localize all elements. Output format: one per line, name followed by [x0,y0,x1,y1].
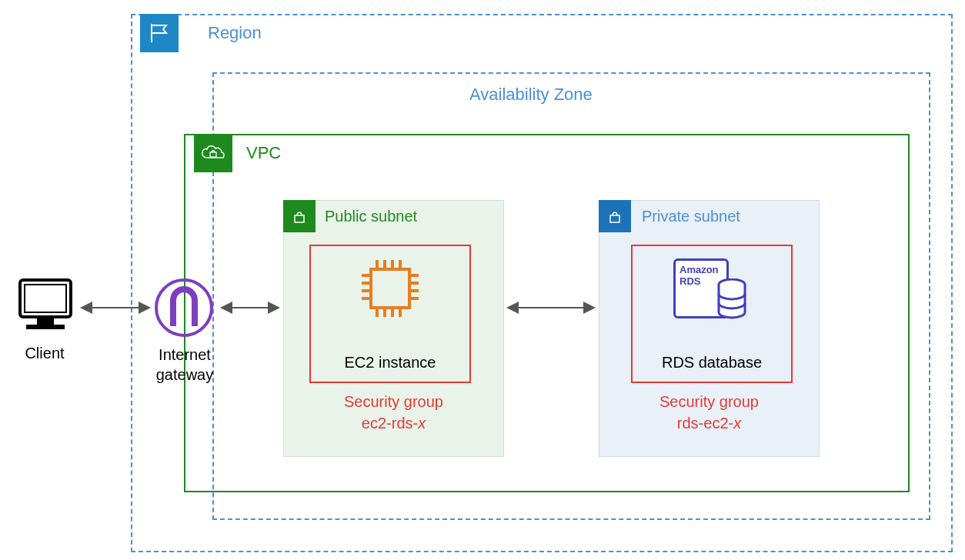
igw-label: Internet gateway [146,345,223,385]
svg-rect-20 [610,215,619,222]
igw-label-line2: gateway [156,366,214,383]
rds-brand-top: Amazon [680,264,719,275]
sg-ec2-title: Security group [344,393,443,410]
rds-brand-bottom: RDS [680,275,700,287]
db-cylinder-icon [716,278,748,320]
svg-rect-1 [210,152,216,157]
az-label: Availability Zone [469,85,593,105]
rds-icon: Amazon RDS [673,258,750,326]
public-subnet-label: Public subnet [325,208,417,225]
svg-rect-25 [26,325,65,329]
sg-ec2-name-suffix: x [418,415,426,432]
sg-rds-name-suffix: x [733,415,741,432]
private-subnet-label: Private subnet [642,208,740,225]
client-icon [14,274,77,337]
svg-rect-22 [20,280,71,317]
sg-rds-title: Security group [659,393,759,410]
vpc-icon-box [194,134,232,172]
rds-label: RDS database [631,354,793,372]
region-flag-icon [140,14,179,52]
arrow-client-igw [77,300,154,315]
vpc-label: VPC [246,143,281,163]
arrow-ec2-rds [503,300,599,315]
sg-ec2-name-prefix: ec2-rds- [362,415,418,432]
region-label: Region [208,23,262,43]
client-label: Client [6,345,83,362]
public-subnet-icon [283,200,316,232]
svg-rect-2 [295,215,304,222]
cloud-lock-icon [200,142,226,164]
lock-icon [606,207,624,225]
arrow-igw-ec2 [217,300,283,315]
svg-rect-23 [25,285,66,312]
igw-icon [153,277,215,338]
sg-rds-name-prefix: rds-ec2- [677,415,733,432]
flag-icon [148,22,171,45]
private-subnet-icon [599,200,631,232]
igw-label-line1: Internet [159,346,211,363]
svg-rect-3 [371,269,409,308]
lock-icon [290,207,309,225]
ec2-label: EC2 instance [309,354,471,372]
svg-rect-24 [37,317,54,325]
sg-ec2-label: Security group ec2-rds-x [283,391,504,434]
ec2-chip-icon [354,252,426,325]
sg-rds-label: Security group rds-ec2-x [599,391,820,434]
